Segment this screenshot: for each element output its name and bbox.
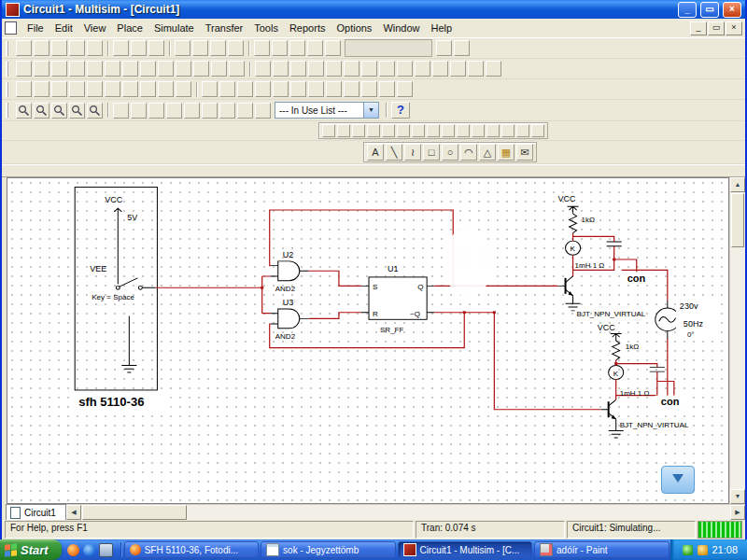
switch-key-space[interactable]: [116, 278, 155, 289]
menu-options[interactable]: Options: [331, 21, 377, 35]
toolbar-button[interactable]: [228, 40, 244, 56]
virtual-button[interactable]: [397, 81, 413, 97]
component-button[interactable]: [308, 61, 324, 77]
virtual-button[interactable]: [344, 81, 359, 97]
virtual-button[interactable]: [308, 81, 324, 97]
and-gate-u2[interactable]: [271, 261, 309, 281]
virtual-button[interactable]: [219, 81, 235, 97]
component-button[interactable]: [415, 61, 430, 77]
vcc-symbol[interactable]: [114, 208, 121, 217]
vcc-symbol[interactable]: [611, 333, 622, 341]
toolbar-button[interactable]: [166, 103, 182, 119]
bjt-npn-top[interactable]: [558, 276, 581, 311]
component-button[interactable]: [158, 61, 174, 77]
quick-launch-show-desktop-icon[interactable]: [99, 543, 113, 557]
menu-reports[interactable]: Reports: [284, 21, 331, 35]
zoom-in-button[interactable]: [16, 103, 32, 119]
virtual-button[interactable]: [273, 81, 289, 97]
virtual-button[interactable]: [16, 81, 32, 97]
menu-help[interactable]: Help: [426, 21, 458, 35]
rectangle-tool-button[interactable]: □: [423, 144, 440, 161]
polygon-tool-button[interactable]: △: [479, 144, 496, 161]
component-button[interactable]: [273, 61, 289, 77]
start-button[interactable]: Start: [0, 539, 62, 560]
toolbar-button[interactable]: [237, 103, 253, 119]
zoom-fit-button[interactable]: [69, 103, 85, 119]
component-button[interactable]: [51, 61, 67, 77]
component-button[interactable]: [432, 61, 448, 77]
component-button[interactable]: [361, 61, 377, 77]
instrument-button[interactable]: [382, 124, 395, 137]
toolbar-button[interactable]: [202, 103, 218, 119]
vertical-scrollbar[interactable]: ▲ ▼: [729, 177, 745, 504]
comment-tool-button[interactable]: ✉: [516, 144, 533, 161]
toolbar-button[interactable]: [219, 103, 235, 119]
toolbar-button[interactable]: [192, 40, 208, 56]
taskbar-item-notepad[interactable]: sok - Jegyzettömb: [261, 541, 395, 558]
minimize-button[interactable]: _: [678, 2, 697, 18]
instrument-button[interactable]: [472, 124, 485, 137]
toolbar-button[interactable]: [454, 40, 470, 56]
page-down-widget[interactable]: [661, 466, 695, 494]
restore-button[interactable]: ▭: [700, 2, 719, 18]
instrument-button[interactable]: [412, 124, 425, 137]
scroll-left-icon[interactable]: ◀: [66, 505, 81, 520]
in-use-list-combo[interactable]: --- In Use List --- ▼: [275, 102, 379, 119]
resistor-top[interactable]: [570, 214, 577, 233]
menu-window[interactable]: Window: [377, 21, 425, 35]
virtual-button[interactable]: [140, 81, 156, 97]
instrument-button[interactable]: [501, 124, 514, 137]
toolbar-button[interactable]: [289, 40, 305, 56]
virtual-button[interactable]: [379, 81, 395, 97]
instrument-button[interactable]: [457, 124, 470, 137]
toolbar-grip[interactable]: [6, 103, 11, 118]
scroll-up-icon[interactable]: ▲: [730, 177, 745, 192]
toolbar-button[interactable]: [254, 40, 270, 56]
taskbar-item-multisim[interactable]: Circuit1 - Multisim - [C...: [398, 541, 532, 558]
ellipse-tool-button[interactable]: ○: [442, 144, 458, 161]
zoom-out-button[interactable]: [34, 103, 49, 119]
mdi-restore-button[interactable]: ▭: [708, 21, 725, 35]
component-button[interactable]: [140, 61, 156, 77]
toolbar-button[interactable]: [307, 40, 323, 56]
instrument-button[interactable]: [322, 124, 335, 137]
toolbar-button[interactable]: [148, 40, 164, 56]
volume-icon[interactable]: [698, 545, 708, 555]
toolbar-button[interactable]: [148, 103, 164, 119]
open-button[interactable]: [34, 40, 49, 56]
save-button[interactable]: [51, 40, 67, 56]
menu-file[interactable]: File: [21, 21, 49, 35]
toolbar-button[interactable]: [131, 103, 147, 119]
component-button[interactable]: [69, 61, 85, 77]
toolbar-grip[interactable]: [6, 62, 11, 77]
toolbar-button[interactable]: [113, 40, 129, 56]
component-button[interactable]: [193, 61, 209, 77]
tray-status-icon[interactable]: [683, 545, 693, 555]
scroll-track[interactable]: [188, 505, 730, 520]
instrument-button[interactable]: [486, 124, 500, 137]
zoom-full-button[interactable]: [87, 103, 103, 119]
picture-tool-button[interactable]: ▦: [498, 144, 514, 161]
virtual-button[interactable]: [51, 81, 67, 97]
capacitor-top[interactable]: [607, 242, 622, 246]
horizontal-scrollbar[interactable]: ◀ ▶: [66, 504, 745, 520]
new-button[interactable]: [16, 40, 32, 56]
quick-launch-firefox-icon[interactable]: [67, 544, 79, 556]
instrument-button[interactable]: [516, 124, 529, 137]
virtual-button[interactable]: [69, 81, 85, 97]
menu-place[interactable]: Place: [111, 21, 148, 35]
menu-simulate[interactable]: Simulate: [148, 21, 200, 35]
arc-tool-button[interactable]: ◠: [460, 144, 477, 161]
component-button[interactable]: [468, 61, 484, 77]
menu-transfer[interactable]: Transfer: [200, 21, 249, 35]
help-button[interactable]: ?: [391, 102, 410, 119]
virtual-button[interactable]: [34, 81, 49, 97]
virtual-button[interactable]: [326, 81, 342, 97]
component-button[interactable]: [211, 61, 227, 77]
instrument-button[interactable]: [337, 124, 350, 137]
mdi-close-button[interactable]: ×: [726, 21, 742, 35]
virtual-button[interactable]: [255, 81, 271, 97]
taskbar-item-paint[interactable]: adóír - Paint: [534, 541, 669, 558]
toolbar-button[interactable]: [131, 40, 147, 56]
instrument-button[interactable]: [442, 124, 455, 137]
